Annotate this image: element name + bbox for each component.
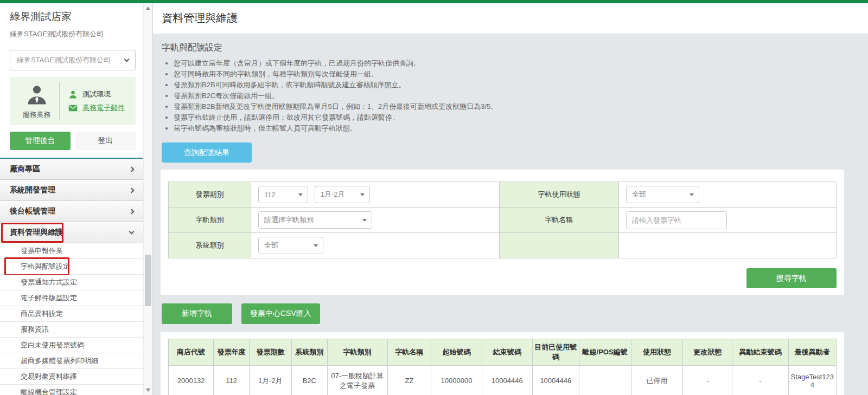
search-form-card: 發票期別 112 1月-2月 字軌使用狀態 全部 [161,170,844,295]
person-icon [68,90,78,99]
scroll-up-icon[interactable] [146,7,150,10]
add-track-button[interactable]: 新增字軌 [162,303,232,324]
business-email-link[interactable]: 業務電子郵件 [82,103,125,113]
sidebar-item-vendor-zone[interactable]: 廠商專區 [0,159,143,180]
track-name-input[interactable] [626,211,727,229]
track-type-label: 字軌類別 [169,208,251,233]
sidebar: 綠界測試店家 綠界STAGE測試股份有限公司 綠界STAGE測試股份有限公司 服… [0,3,153,395]
sidebar-subitem-service-info[interactable]: 服務資訊 [0,322,143,338]
system-type-label: 系統類別 [169,233,251,258]
empty-field-cell [619,233,837,258]
environment-label: 測試環境 [82,89,111,99]
company-select-value: 綠界STAGE測試股份有限公司 [17,55,111,65]
instruction-item: 當字軌號碼為審核狀態時，僅主帳號人員可異動字軌狀態。 [174,123,844,134]
chevron-down-icon [690,193,694,196]
results-table-card: 商店代號 發票年度 發票期數 系統類別 字軌類別 字軌名稱 起始號碼 結束號碼 … [161,332,844,395]
chevron-down-icon [298,193,303,196]
track-results-table: 商店代號 發票年度 發票期數 系統類別 字軌類別 字軌名稱 起始號碼 結束號碼 … [168,339,837,395]
instruction-item: 發票類別B2B新增及更改字軌使用狀態期限為單月5日，例如：1、2月份最後可新增或… [174,101,844,112]
avatar-block: 服務業務 [14,82,60,120]
company-select[interactable]: 綠界STAGE測試股份有限公司 [10,50,136,70]
csv-import-button[interactable]: 發票中心CSV匯入 [241,303,320,324]
instruction-list: 您可以建立當年度（含當月）或下個年度的字軌，已過期月份的字軌僅供查詢。 您可同時… [165,58,844,134]
section-title: 字軌與配號設定 [162,42,844,54]
sidebar-subitem-counterparty-data[interactable]: 交易對象資料維護 [0,369,143,385]
search-track-button[interactable]: 搜尋字軌 [746,268,837,288]
system-type-select[interactable]: 全部 [258,237,323,254]
mail-icon [68,103,78,113]
table-row: 2000132 112 1月-2月 B2C 07-一般稅額計算之電子發票 ZZ … [169,366,837,395]
chevron-right-icon [129,166,135,172]
invoice-period-label: 發票期別 [169,182,251,208]
sidebar-subitem-blank-invoice-numbers[interactable]: 空白未使用發票號碼 [0,338,143,353]
scroll-down-icon[interactable] [146,388,150,392]
sidebar-subitem-offline-machine[interactable]: 離線機台管理設定 [0,385,143,395]
sidebar-item-system-dev[interactable]: 系統開發管理 [0,180,143,201]
instruction-item: 發票類別B2B可同時啟用多組字軌，依字軌順時順號及建立審核順序開立。 [174,80,844,90]
sidebar-subitem-email-template[interactable]: 電子郵件版型設定 [0,290,143,306]
sidebar-scrollbar[interactable] [143,3,152,395]
sidebar-subitem-invoice-declare[interactable]: 發票申報作業 [0,243,143,259]
account-info-panel: 服務業務 測試環境 [10,77,136,125]
admin-backend-button[interactable]: 管理後台 [10,132,71,150]
track-name-label: 字軌名稱 [500,208,619,233]
table-header-row: 商店代號 發票年度 發票期數 系統類別 字軌類別 字軌名稱 起始號碼 結束號碼 … [169,339,837,366]
store-title: 綠界測試店家 [10,10,136,24]
logout-button[interactable]: 登出 [75,132,136,150]
sidebar-subitem-store-print-detail[interactable]: 超商多媒體發票列印明細 [0,353,143,369]
query-allocation-result-button[interactable]: 查詢配號結果 [162,143,252,163]
chevron-right-icon [129,187,135,193]
main-content: 資料管理與維護 字軌與配號設定 您可以建立當年度（含當月）或下個年度的字軌，已過… [153,3,868,395]
sidebar-item-account-mgmt[interactable]: 後台帳號管理 [0,201,143,222]
chevron-down-icon [124,56,130,62]
invoice-month-select[interactable]: 1月-2月 [315,186,370,203]
page-title: 資料管理與維護 [162,11,868,25]
instruction-item: 您可以建立當年度（含當月）或下個年度的字軌，已過期月份的字軌僅供查詢。 [174,58,844,69]
search-form-table: 發票期別 112 1月-2月 字軌使用狀態 全部 [168,182,837,258]
sidebar-item-data-mgmt[interactable]: 資料管理與維護 [0,222,143,243]
track-type-select[interactable]: 請選擇字軌類別 [258,211,372,229]
sidebar-subitem-product-data[interactable]: 商品資料設定 [0,306,143,322]
empty-label-cell [500,233,619,258]
avatar-label: 服務業務 [14,110,59,120]
track-status-select[interactable]: 全部 [626,186,699,203]
chevron-down-icon [314,244,318,247]
track-status-label: 字軌使用狀態 [500,182,619,208]
instruction-item: 發票類別B2C每次僅能啟用一組。 [174,90,844,101]
scrollbar-thumb[interactable] [145,255,151,306]
instruction-item: 您可同時啟用不同的字軌類別，每種字軌類別每次僅能使用一組。 [174,69,844,80]
chevron-down-icon [129,229,135,234]
chevron-down-icon [362,219,367,222]
invoice-year-select[interactable]: 112 [258,186,308,203]
sidebar-subitem-invoice-notify[interactable]: 發票通知方式設定 [0,275,143,290]
instruction-item: 發票字軌欲終止使用，請點選停用；欲改用其它發票號碼，請點選暫停。 [174,112,844,123]
chevron-right-icon [129,209,135,214]
company-name: 綠界STAGE測試股份有限公司 [10,29,136,39]
avatar-icon [25,83,48,106]
sidebar-subitem-track-number-setting[interactable]: 字軌與配號設定 [0,259,143,275]
chevron-down-icon [360,193,365,196]
